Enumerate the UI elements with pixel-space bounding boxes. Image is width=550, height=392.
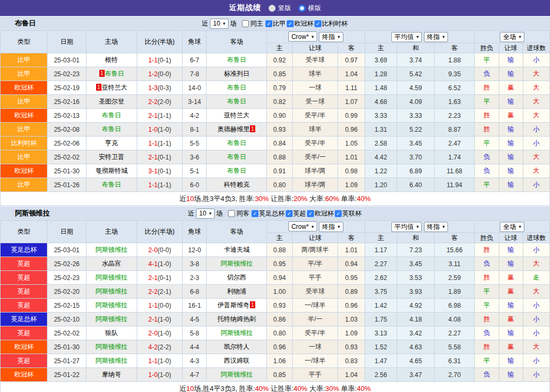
company-select[interactable]: Crow*▾ (288, 31, 317, 42)
home-team-name: 阿斯顿维拉 (96, 343, 128, 350)
fulltime-score: 2-2 (148, 98, 158, 106)
final-odds-select-2[interactable]: 终指▾ (424, 222, 449, 232)
odds-away-cell: 0.97 (338, 53, 365, 67)
handicap-cell: 球半/两 (293, 164, 338, 178)
score-cell: 1-1(1-0) (137, 354, 182, 368)
average-select[interactable]: 平均值▾ (391, 222, 422, 232)
away-team-cell: 阿斯顿维拉 (207, 326, 266, 340)
handicap-cell: 受半球 (293, 285, 338, 299)
home-team-cell: 曼彻斯特城 (86, 164, 137, 178)
home-team-cell: 布鲁日 (86, 123, 137, 137)
home-team-cell: 亨克 (86, 137, 137, 150)
avg-draw-cell: 4.63 (397, 340, 434, 354)
odds-away-cell: 0.89 (338, 285, 365, 299)
league-checkbox[interactable]: ✓ (335, 210, 342, 217)
handicap-result-cell: 输 (499, 67, 523, 81)
odds-away-cell: 0.94 (338, 257, 365, 271)
company-select[interactable]: Crow*▾ (288, 221, 317, 231)
home-team-name: 阿斯顿维拉 (96, 357, 128, 364)
final-odds-select[interactable]: 终指▾ (319, 32, 343, 42)
average-select[interactable]: 平均值▾ (391, 32, 422, 42)
score-cell: 2-1(1-0) (137, 313, 182, 326)
avg-away-cell: 1.88 (435, 53, 475, 67)
home-team-cell: 阿斯顿维拉 (86, 313, 137, 326)
same-venue-checkbox[interactable] (242, 20, 249, 27)
league-cell: 欧冠杯 (1, 109, 48, 123)
league-cell: 比甲 (1, 150, 48, 164)
league-checkbox[interactable]: ✓ (286, 210, 293, 217)
final-odds-select-2[interactable]: 终指▾ (424, 32, 449, 42)
handicap-result-cell: 输 (499, 243, 523, 257)
odds-away-cell: 0.98 (338, 164, 365, 178)
col-header-corner: 角球 (183, 31, 207, 53)
league-checkbox[interactable]: ✓ (287, 20, 294, 27)
summary-segment: 40% (357, 385, 371, 392)
handicap-result-cell: 输 (499, 326, 523, 340)
match-row: 比利时杯25-02-06亨克1-1(1-1)5-5布鲁日0.84受平/半1.05… (1, 137, 550, 150)
odds-away-cell: 0.96 (338, 299, 365, 313)
away-team-cell: 阿斯顿维拉 (207, 368, 266, 382)
recent-count-select[interactable]: 10▾ (196, 209, 215, 219)
scope-group: 全场▾ (475, 31, 550, 43)
league-checkbox-label: 欧冠杯 (315, 209, 334, 218)
handicap-cell: 一球 (293, 340, 338, 354)
score-cell: 2-1(0-1) (137, 271, 182, 285)
summary-segment: 20% (294, 195, 308, 203)
avg-away-cell: 4.08 (435, 313, 475, 326)
corner-cell: 16-1 (183, 299, 207, 313)
recent-count-select[interactable]: 10▾ (210, 19, 229, 29)
home-team-name: 亨克 (105, 139, 118, 147)
avg-away-cell: 1.74 (435, 150, 475, 164)
result-cell: 平 (475, 137, 499, 150)
avg-draw-cell: 3.74 (397, 53, 434, 67)
home-team-name: 阿斯顿维拉 (96, 246, 128, 253)
summary-segment: 30% (325, 385, 339, 392)
odds-home-cell: 0.85 (266, 67, 292, 81)
sub-header-home-odds: 主 (266, 233, 292, 243)
final-odds-select[interactable]: 终指▾ (319, 222, 343, 232)
col-header-score: 比分(半场) (137, 31, 182, 53)
chevron-down-icon: ▾ (223, 21, 225, 26)
league-cell: 比甲 (1, 95, 48, 109)
match-row: 英超25-02-15阿斯顿维拉1-1(0-0)16-1伊普斯维奇10.93一/球… (1, 299, 550, 313)
corner-cell: 12-0 (183, 243, 207, 257)
result-cell: 平 (475, 354, 499, 368)
goals-result-cell: 小 (523, 368, 549, 382)
match-row: 英超25-02-20阿斯顿维拉2-2(2-1)6-8利物浦1.00受半球0.89… (1, 285, 550, 299)
goals-result-cell: 大 (523, 67, 549, 81)
scope-select[interactable]: 全场▾ (500, 32, 524, 42)
date-cell: 25-01-27 (48, 354, 86, 368)
layout-radio-horizontal[interactable]: 横版 (298, 4, 321, 13)
league-checkbox[interactable]: ✓ (265, 20, 272, 27)
same-venue-checkbox[interactable] (228, 210, 235, 217)
league-checkbox[interactable]: ✓ (307, 210, 314, 217)
league-cell: 英超 (1, 299, 48, 313)
odds-away-cell: 1.07 (338, 95, 365, 109)
avg-draw-cell: 3.53 (397, 271, 434, 285)
team-section-aston-villa: 阿斯顿维拉 近 10▾ 场 同客 ✓英足总杯✓英超✓欧冠杯✓英联杯 类型 (0, 206, 550, 392)
avg-home-cell: 2.56 (365, 368, 397, 382)
result-cell: 平 (475, 299, 499, 313)
fulltime-score: 4-2 (148, 343, 158, 351)
scope-select[interactable]: 全场▾ (500, 222, 524, 232)
chevron-down-icon: ▾ (311, 34, 314, 39)
away-team-cell: 阿斯顿维拉 (207, 257, 266, 271)
sub-header-result: 胜负 (475, 233, 499, 243)
league-checkbox[interactable]: ✓ (315, 20, 321, 27)
result-cell: 负 (475, 257, 499, 271)
away-team-cell: 标准列日 (207, 67, 266, 81)
summary-row: 近10场,胜3平4负3, 胜率:30% 让胜率:20% 大率:60% 单率:40… (1, 192, 550, 206)
league-checkbox[interactable]: ✓ (252, 210, 258, 217)
goals-result-cell: 大 (523, 95, 549, 109)
avg-away-cell: 2.47 (435, 137, 475, 150)
away-team-name: 奥德赫维里 (217, 125, 249, 133)
league-cell: 欧冠杯 (1, 340, 48, 354)
layout-radio-vertical[interactable]: 竖版 (269, 4, 291, 13)
chevron-down-icon: ▾ (518, 224, 521, 229)
col-header-home: 主场 (86, 31, 137, 53)
home-team-name: 狼队 (105, 329, 118, 337)
team-filter-bar: 阿斯顿维拉 近 10▾ 场 同客 ✓英足总杯✓英超✓欧冠杯✓英联杯 (0, 206, 550, 220)
result-cell: 平 (475, 53, 499, 67)
away-team-cell: 布鲁日 (207, 81, 266, 95)
page-title: 近期战绩 (229, 3, 261, 13)
